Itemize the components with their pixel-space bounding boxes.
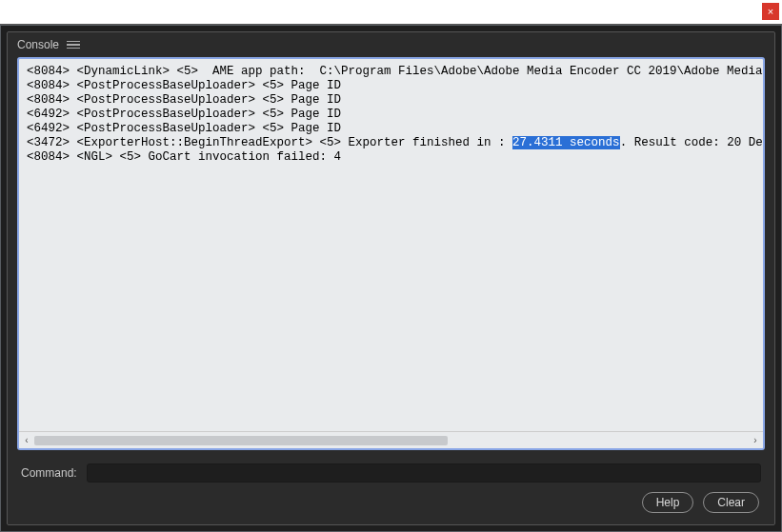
app-frame: Console <8084> <DynamicLink> <5> AME app… xyxy=(0,25,782,532)
panel-header: Console xyxy=(8,32,774,57)
button-row: Help Clear xyxy=(8,483,774,524)
command-input[interactable] xyxy=(87,463,761,483)
panel-title: Console xyxy=(17,38,59,51)
console-output[interactable]: <8084> <DynamicLink> <5> AME app path: C… xyxy=(17,57,765,450)
command-label: Command: xyxy=(21,466,77,480)
log-line: <3472> <ExporterHost::BeginThreadExport>… xyxy=(27,136,755,150)
scroll-thumb[interactable] xyxy=(34,436,448,445)
console-text: <8084> <DynamicLink> <5> AME app path: C… xyxy=(19,59,763,431)
title-bar: × xyxy=(0,0,782,25)
console-panel: Console <8084> <DynamicLink> <5> AME app… xyxy=(7,31,775,525)
scroll-right-arrow[interactable]: › xyxy=(748,435,763,445)
log-line: <6492> <PostProcessBaseUploader> <5> Pag… xyxy=(27,122,755,136)
log-line: <8084> <DynamicLink> <5> AME app path: C… xyxy=(27,65,755,79)
log-line: <8084> <PostProcessBaseUploader> <5> Pag… xyxy=(27,79,755,93)
clear-button[interactable]: Clear xyxy=(703,492,759,513)
log-line: <8084> <NGL> <5> GoCart invocation faile… xyxy=(27,150,755,165)
horizontal-scrollbar[interactable]: ‹ › xyxy=(19,431,763,448)
log-line: <6492> <PostProcessBaseUploader> <5> Pag… xyxy=(27,108,755,122)
close-button[interactable]: × xyxy=(762,3,779,20)
help-button[interactable]: Help xyxy=(642,492,694,513)
hamburger-icon[interactable] xyxy=(67,41,80,49)
log-line: <8084> <PostProcessBaseUploader> <5> Pag… xyxy=(27,93,755,108)
command-row: Command: xyxy=(8,458,774,483)
highlighted-text: 27.4311 seconds xyxy=(512,136,620,149)
scroll-track[interactable] xyxy=(34,436,748,445)
scroll-left-arrow[interactable]: ‹ xyxy=(19,435,34,445)
